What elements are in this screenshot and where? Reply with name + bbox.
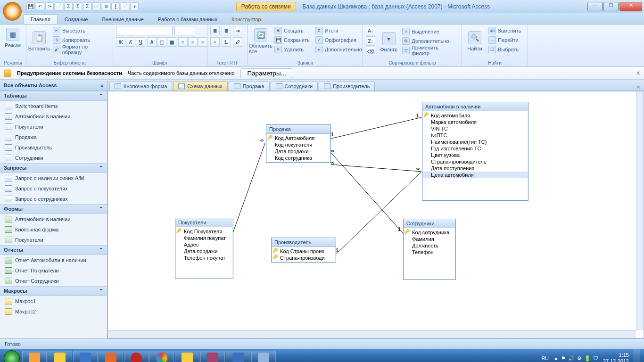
qat-icon[interactable]: Σ (64, 2, 73, 11)
rtf-button[interactable]: • (210, 37, 220, 47)
delete-record-button[interactable]: ✕Удалить (272, 45, 312, 54)
ribbon-tab-home[interactable]: Главная (24, 14, 58, 24)
sort-asc-button[interactable]: A↓ (366, 26, 375, 35)
nav-category[interactable]: Макросы⌃ (0, 286, 107, 296)
qat-redo-icon[interactable]: ↷ (45, 2, 54, 11)
table-field[interactable]: Фамилия (404, 236, 455, 242)
table-header[interactable]: Покупатели (175, 218, 233, 227)
qat-icon[interactable]: ⚙ (102, 2, 110, 11)
table-box-sotr[interactable]: СотрудникиКод сотрудникаФамилияДолжность… (403, 219, 456, 280)
qat-icon[interactable]: Σ (74, 2, 82, 11)
table-header[interactable]: Продажа (266, 125, 330, 134)
cut-button[interactable]: ✂Вырезать (51, 26, 110, 35)
table-field[interactable]: Год изготовления ТС (422, 145, 528, 152)
advanced-filter-button[interactable]: ⚙Дополнительно (400, 36, 459, 46)
sort-desc-button[interactable]: Z↓ (366, 36, 375, 46)
table-header[interactable]: Автомобили в наличии (422, 102, 528, 111)
taskbar-app[interactable] (48, 351, 72, 362)
table-field[interactable]: Цена автомобиля (422, 172, 528, 178)
font-select[interactable] (116, 26, 173, 35)
ribbon-tab-create[interactable]: Создание (58, 14, 95, 24)
table-header[interactable]: Производитель (272, 238, 336, 247)
rtf-button[interactable]: ⇥ (233, 26, 242, 35)
taskbar-app[interactable] (251, 351, 276, 362)
font-color-button[interactable]: A (147, 37, 157, 47)
rtf-button[interactable]: 🖍 (233, 37, 242, 47)
clear-sort-button[interactable]: ⌫ (366, 47, 375, 56)
taskbar-app[interactable] (99, 351, 123, 362)
nav-item[interactable]: Отчет Автомобили в наличии (0, 255, 107, 265)
horizontal-scrollbar[interactable] (108, 330, 636, 338)
nav-category[interactable]: Отчеты⌃ (0, 245, 107, 255)
nav-item[interactable]: Отчет Сотрудники (0, 276, 107, 286)
rtf-button[interactable]: ≣ (222, 26, 231, 35)
find-button[interactable]: 🔍Найти (465, 29, 485, 51)
doc-tab-relationships[interactable]: Схема данных (173, 82, 227, 90)
taskbar-app[interactable] (175, 351, 199, 362)
qat-undo-icon[interactable]: ↶ (36, 2, 44, 11)
table-field[interactable]: Дата продажи (175, 248, 233, 255)
table-field[interactable]: №ПТС (422, 132, 528, 139)
italic-button[interactable]: К (126, 37, 135, 47)
vertical-scrollbar[interactable] (636, 91, 644, 330)
selection-filter-button[interactable]: ▿Выделение (400, 27, 459, 36)
new-record-button[interactable]: ✱Создать (272, 26, 312, 35)
select-button[interactable]: ☐Выбрать (487, 45, 523, 54)
language-indicator[interactable]: RU (541, 355, 549, 361)
table-box-proizv[interactable]: ПроизводительКод Страны произСтрана-прои… (271, 238, 336, 263)
align-right-button[interactable]: ≡ (198, 37, 207, 47)
table-field[interactable]: Код сотрудника (404, 229, 455, 236)
table-field[interactable]: Страна-производи (272, 255, 336, 261)
qat-icon[interactable]: Σ (83, 2, 91, 11)
format-painter-button[interactable]: 🖌Формат по образцу (51, 45, 110, 54)
nav-header[interactable]: Все объекты Access « (0, 80, 107, 91)
table-field[interactable]: Наименование(тип ТС) (422, 139, 528, 145)
office-button[interactable] (3, 2, 22, 21)
nav-item[interactable]: Запрос о наличии синих А/М (0, 173, 107, 183)
save-record-button[interactable]: 💾Сохранить (272, 35, 312, 45)
paste-button[interactable]: 📋Вставить (29, 29, 49, 51)
more-button[interactable]: ▸Дополнительно (314, 45, 364, 54)
align-left-button[interactable]: ≡ (178, 37, 188, 47)
relationships-canvas[interactable]: 1 1 ∞ 1 ∞ ∞ ∞ 1 1 ПродажаКод АвтомобиляК… (107, 91, 644, 338)
qat-icon[interactable]: 📄 (121, 2, 129, 11)
table-field[interactable]: Марка автомобиля (422, 119, 528, 125)
grid-button[interactable]: ▦ (167, 37, 176, 47)
table-box-prodazha[interactable]: ПродажаКод АвтомобиляКод покупателяДата … (266, 124, 331, 163)
table-field[interactable]: Дата продажи (266, 148, 330, 155)
table-field[interactable]: Код Автомобиля (266, 135, 330, 141)
table-field[interactable]: Фамилия покупат (175, 235, 233, 241)
rtf-button[interactable]: 1. (222, 37, 231, 47)
table-box-avto[interactable]: Автомобили в наличииКод автомобиляМарка … (422, 102, 528, 201)
table-field[interactable]: Телефон (404, 249, 455, 255)
chevron-down-icon[interactable]: « (100, 82, 103, 88)
align-center-button[interactable]: ≡ (188, 37, 198, 47)
clock[interactable]: 1:1527.12.2012 (603, 352, 629, 362)
taskbar-app[interactable] (226, 351, 250, 362)
table-field[interactable]: Телефон покупат (175, 255, 233, 261)
refresh-all-button[interactable]: 🔄Обновить все (251, 26, 271, 54)
close-button[interactable]: ✕ (619, 2, 642, 11)
show-desktop-button[interactable] (634, 349, 640, 362)
nav-item[interactable]: Switchboard Items (0, 101, 107, 111)
table-field[interactable]: Дата поступления (422, 165, 528, 172)
nav-item[interactable]: Макрос1 (0, 296, 107, 306)
maximize-button[interactable]: ☐ (603, 2, 619, 11)
table-field[interactable]: Цвет кузова (422, 152, 528, 158)
nav-item[interactable]: Автомобили в наличии (0, 214, 107, 224)
table-field[interactable]: Код сотрудника (266, 155, 330, 161)
view-button[interactable]: ▥Режим (3, 26, 23, 48)
ribbon-tab-design[interactable]: Конструктор (224, 14, 268, 24)
qat-icon[interactable]: 📄 (92, 2, 101, 11)
nav-item[interactable]: Производитель (0, 142, 107, 153)
nav-item[interactable]: Макрос2 (0, 306, 107, 317)
taskbar-app[interactable] (73, 351, 98, 362)
nav-item[interactable]: Автомобили в наличии (0, 111, 107, 122)
nav-category[interactable]: Запросы⌃ (0, 163, 107, 173)
table-field[interactable]: Код Покупателя (175, 228, 233, 235)
ribbon-tab-external[interactable]: Внешние данные (95, 14, 151, 24)
taskbar-app[interactable] (200, 351, 225, 362)
doc-tab-form[interactable]: Кнопочная форма (109, 82, 172, 90)
font-size-select[interactable] (174, 26, 194, 35)
nav-item[interactable]: Запрос о сотрудниках (0, 194, 107, 204)
